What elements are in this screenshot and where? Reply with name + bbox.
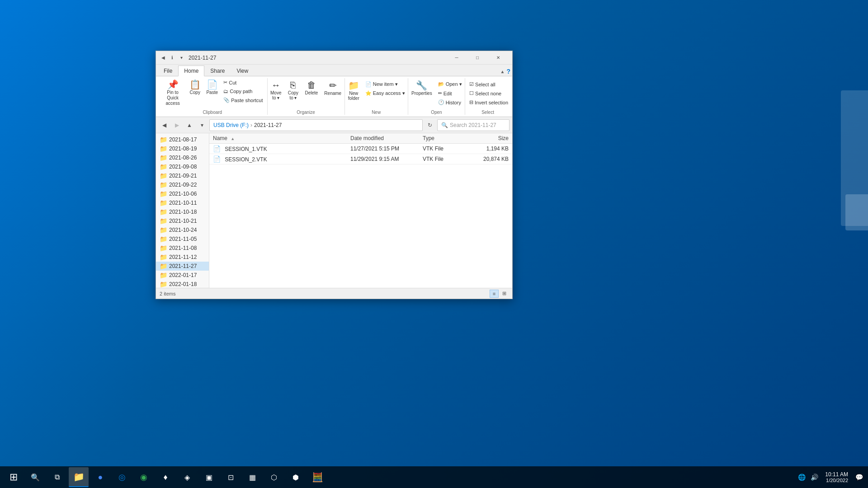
file-explorer-taskbar-button[interactable]: 📁 xyxy=(69,467,89,487)
app8-button[interactable]: ◈ xyxy=(177,467,197,487)
recent-locations-button[interactable]: ▾ xyxy=(197,120,208,131)
app11-button[interactable]: ▦ xyxy=(242,467,262,487)
copy-to-button[interactable]: ⎘ Copyto ▾ xyxy=(285,78,301,102)
back-button[interactable]: ◀ xyxy=(159,120,170,131)
search-box[interactable]: 🔍 Search 2021-11-27 xyxy=(437,119,509,131)
clock-date: 1/20/2022 xyxy=(825,478,848,483)
chrome2-button[interactable]: ◉ xyxy=(134,467,154,487)
sidebar-item-2021-08-17[interactable]: 📁2021-08-17 xyxy=(156,135,209,144)
address-path[interactable]: USB Drive (F:) › 2021-11-27 xyxy=(209,119,423,131)
open-button[interactable]: 📂 Open ▾ xyxy=(436,80,464,89)
notification-icon[interactable]: 💬 xyxy=(854,472,864,483)
sidebar-item-label: 2022-01-17 xyxy=(169,272,197,278)
clock-time: 10:11 AM xyxy=(825,471,848,478)
col-header-name[interactable]: Name ▲ xyxy=(213,135,350,141)
sidebar-item-2021-08-19[interactable]: 📁2021-08-19 xyxy=(156,144,209,153)
cut-button[interactable]: ✂ Cut xyxy=(221,78,265,87)
sidebar-item-2022-01-17[interactable]: 📁2022-01-17 xyxy=(156,271,209,280)
sidebar-item-2021-08-26[interactable]: 📁2021-08-26 xyxy=(156,153,209,162)
help-button[interactable]: ? xyxy=(506,68,510,75)
folder-icon: 📁 xyxy=(160,226,167,234)
start-button[interactable]: ⊞ xyxy=(4,467,24,487)
edge-button[interactable]: ◎ xyxy=(112,467,132,487)
sidebar-item-2021-11-12[interactable]: 📁2021-11-12 xyxy=(156,253,209,262)
calculator-button[interactable]: 🧮 xyxy=(307,467,327,487)
paste-large-button[interactable]: 📄 Paste xyxy=(204,78,220,97)
select-buttons: ☑ Select all ☐ Select none ⊟ Invert sele… xyxy=(467,78,509,107)
sidebar-item-label: 2021-11-08 xyxy=(169,245,197,251)
invert-selection-label: Invert selection xyxy=(475,100,508,105)
maximize-button[interactable]: □ xyxy=(467,51,488,65)
sidebar-item-2021-09-22[interactable]: 📁2021-09-22 xyxy=(156,180,209,189)
tab-home[interactable]: Home xyxy=(178,66,204,76)
new-item-label: New item ▾ xyxy=(373,81,398,87)
network-sys-icon[interactable]: 🌐 xyxy=(796,472,807,483)
app9-button[interactable]: ▣ xyxy=(199,467,219,487)
app13-button[interactable]: ⬢ xyxy=(286,467,306,487)
app7-button[interactable]: ♦ xyxy=(156,467,175,487)
pin-quick-access-button[interactable]: 📌 Pin to Quickaccess xyxy=(160,78,186,108)
table-row[interactable]: 📄 SESSION_1.VTK 11/27/2021 5:15 PM VTK F… xyxy=(209,144,512,154)
title-bar-info-icon[interactable]: ℹ xyxy=(169,54,176,61)
tab-file[interactable]: File xyxy=(158,66,178,76)
sidebar-item-2021-11-27[interactable]: 📁2021-11-27 xyxy=(156,262,209,271)
open-group-label: Open xyxy=(431,109,442,115)
table-row[interactable]: 📄 SESSION_2.VTK 11/29/2021 9:15 AM VTK F… xyxy=(209,154,512,164)
sidebar-item-2022-01-18[interactable]: 📁2022-01-18 xyxy=(156,280,209,288)
tab-share[interactable]: Share xyxy=(204,66,231,76)
col-header-size[interactable]: Size xyxy=(468,135,509,141)
app12-button[interactable]: ⬡ xyxy=(264,467,284,487)
clock[interactable]: 10:11 AM 1/20/2022 xyxy=(821,471,852,483)
sidebar-item-2021-10-21[interactable]: 📁2021-10-21 xyxy=(156,216,209,225)
app10-button[interactable]: ⊡ xyxy=(221,467,241,487)
close-button[interactable]: ✕ xyxy=(488,51,509,65)
paste-shortcut-label: Paste shortcut xyxy=(231,98,263,103)
delete-button[interactable]: 🗑 Delete xyxy=(302,78,321,97)
paste-shortcut-button[interactable]: 📎 Paste shortcut xyxy=(221,96,265,104)
new-folder-button[interactable]: 📁 Newfolder xyxy=(345,78,362,103)
open-buttons: 🔧 Properties 📂 Open ▾ ✏ Edit xyxy=(409,78,464,109)
new-item-button[interactable]: 📄 New item ▾ xyxy=(363,80,407,89)
easy-access-button[interactable]: ⭐ Easy access ▾ xyxy=(363,89,407,98)
minimize-button[interactable]: ─ xyxy=(446,51,467,65)
edit-button[interactable]: ✏ Edit xyxy=(436,89,464,98)
rename-icon: ✏ xyxy=(329,80,337,91)
path-part-1[interactable]: USB Drive (F:) xyxy=(213,122,249,128)
title-bar-back-icon[interactable]: ◀ xyxy=(160,54,167,61)
sidebar-item-2021-10-24[interactable]: 📁2021-10-24 xyxy=(156,225,209,235)
up-button[interactable]: ▲ xyxy=(184,120,195,131)
sidebar-item-2021-09-08[interactable]: 📁2021-09-08 xyxy=(156,162,209,171)
sidebar-item-2021-09-21[interactable]: 📁2021-09-21 xyxy=(156,171,209,180)
copy-large-button[interactable]: 📋 Copy xyxy=(187,78,203,97)
select-all-button[interactable]: ☑ Select all xyxy=(467,80,509,89)
large-icons-view-button[interactable]: ⊞ xyxy=(500,290,509,298)
sidebar-item-label: 2022-01-18 xyxy=(169,281,197,287)
ribbon-collapse-button[interactable]: ▲ xyxy=(500,69,505,74)
volume-sys-icon[interactable]: 🔊 xyxy=(809,472,820,483)
properties-button[interactable]: 🔧 Properties xyxy=(409,78,435,98)
sidebar-item-2021-11-05[interactable]: 📁2021-11-05 xyxy=(156,235,209,244)
search-placeholder: Search 2021-11-27 xyxy=(450,122,496,128)
paste-large-icon: 📄 xyxy=(207,80,218,89)
select-none-button[interactable]: ☐ Select none xyxy=(467,89,509,98)
history-button[interactable]: 🕐 History xyxy=(436,98,464,107)
refresh-button[interactable]: ↻ xyxy=(425,120,435,131)
col-header-date[interactable]: Date modified xyxy=(350,135,423,141)
sidebar-item-2021-11-08[interactable]: 📁2021-11-08 xyxy=(156,244,209,253)
invert-selection-button[interactable]: ⊟ Invert selection xyxy=(467,98,509,107)
task-view-button[interactable]: ⧉ xyxy=(47,467,67,487)
search-button[interactable]: 🔍 xyxy=(25,467,45,487)
sidebar-item-2021-10-18[interactable]: 📁2021-10-18 xyxy=(156,207,209,216)
title-bar-down-icon[interactable]: ▾ xyxy=(178,54,185,61)
tab-view[interactable]: View xyxy=(231,66,254,76)
sidebar-item-2021-10-11[interactable]: 📁2021-10-11 xyxy=(156,198,209,207)
copy-path-button[interactable]: 🗂 Copy path xyxy=(221,87,265,95)
paste-large-label: Paste xyxy=(206,90,218,95)
chrome-button[interactable]: ● xyxy=(90,467,110,487)
move-to-button[interactable]: ↔ Moveto ▾ xyxy=(268,78,284,102)
col-header-type[interactable]: Type xyxy=(423,135,468,141)
sidebar-item-2021-10-06[interactable]: 📁2021-10-06 xyxy=(156,189,209,198)
forward-button[interactable]: ▶ xyxy=(171,120,182,131)
details-view-button[interactable]: ≡ xyxy=(490,290,499,298)
rename-button[interactable]: ✏ Rename xyxy=(321,78,344,98)
